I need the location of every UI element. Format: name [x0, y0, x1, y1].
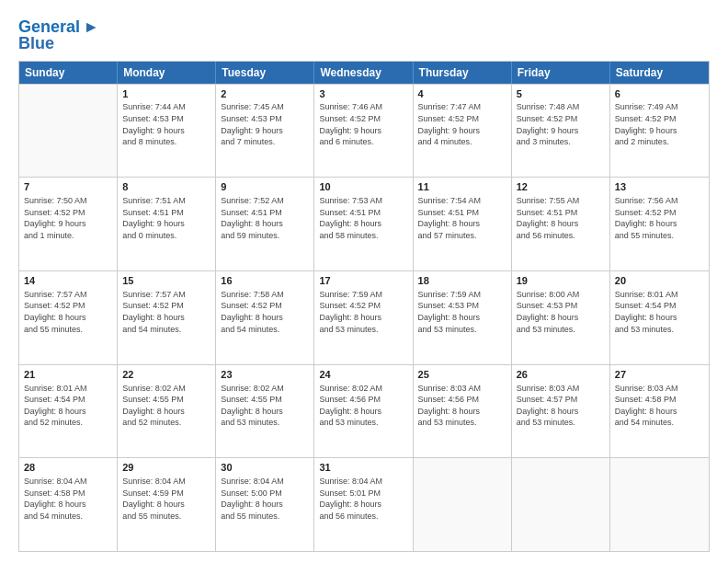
- calendar-week-4: 21Sunrise: 8:01 AM Sunset: 4:54 PM Dayli…: [19, 364, 709, 458]
- cell-info: Sunrise: 7:58 AM Sunset: 4:52 PM Dayligh…: [221, 289, 309, 335]
- calendar-cell: 16Sunrise: 7:58 AM Sunset: 4:52 PM Dayli…: [216, 271, 314, 364]
- calendar-cell: 11Sunrise: 7:54 AM Sunset: 4:51 PM Dayli…: [414, 178, 512, 270]
- header: General Blue: [18, 15, 710, 53]
- cell-day-number: 22: [122, 368, 210, 382]
- cell-day-number: 30: [221, 461, 309, 475]
- calendar-cell: 7Sunrise: 7:50 AM Sunset: 4:52 PM Daylig…: [19, 178, 118, 270]
- cell-info: Sunrise: 7:51 AM Sunset: 4:51 PM Dayligh…: [122, 195, 210, 241]
- cell-day-number: 15: [122, 274, 210, 288]
- cell-day-number: 21: [24, 368, 112, 382]
- calendar-cell: 28Sunrise: 8:04 AM Sunset: 4:58 PM Dayli…: [19, 458, 118, 551]
- calendar-cell: 13Sunrise: 7:56 AM Sunset: 4:52 PM Dayli…: [610, 178, 709, 270]
- header-day-monday: Monday: [118, 62, 216, 84]
- calendar-cell: 21Sunrise: 8:01 AM Sunset: 4:54 PM Dayli…: [19, 365, 118, 458]
- calendar-cell: 15Sunrise: 7:57 AM Sunset: 4:52 PM Dayli…: [118, 271, 216, 364]
- cell-info: Sunrise: 8:03 AM Sunset: 4:57 PM Dayligh…: [517, 383, 605, 429]
- calendar-cell: 3Sunrise: 7:46 AM Sunset: 4:52 PM Daylig…: [314, 85, 413, 178]
- cell-day-number: 5: [517, 87, 605, 101]
- cell-info: Sunrise: 8:00 AM Sunset: 4:53 PM Dayligh…: [517, 289, 605, 335]
- cell-info: Sunrise: 8:04 AM Sunset: 4:59 PM Dayligh…: [122, 476, 210, 522]
- cell-info: Sunrise: 7:57 AM Sunset: 4:52 PM Dayligh…: [122, 289, 210, 335]
- cell-info: Sunrise: 7:55 AM Sunset: 4:51 PM Dayligh…: [517, 195, 605, 241]
- logo: General Blue: [18, 18, 97, 53]
- header-day-sunday: Sunday: [19, 62, 118, 84]
- calendar-cell: 19Sunrise: 8:00 AM Sunset: 4:53 PM Dayli…: [512, 271, 610, 364]
- cell-day-number: 14: [24, 274, 112, 288]
- calendar-week-1: 1Sunrise: 7:44 AM Sunset: 4:53 PM Daylig…: [19, 84, 709, 178]
- calendar-cell: 8Sunrise: 7:51 AM Sunset: 4:51 PM Daylig…: [118, 178, 216, 270]
- cell-day-number: 4: [418, 87, 506, 101]
- cell-info: Sunrise: 7:48 AM Sunset: 4:52 PM Dayligh…: [517, 101, 605, 147]
- calendar-cell: 31Sunrise: 8:04 AM Sunset: 5:01 PM Dayli…: [314, 458, 413, 551]
- calendar: SundayMondayTuesdayWednesdayThursdayFrid…: [18, 61, 710, 552]
- calendar-cell: 29Sunrise: 8:04 AM Sunset: 4:59 PM Dayli…: [118, 458, 216, 551]
- cell-info: Sunrise: 8:02 AM Sunset: 4:56 PM Dayligh…: [319, 383, 407, 429]
- cell-info: Sunrise: 7:44 AM Sunset: 4:53 PM Dayligh…: [122, 101, 210, 147]
- cell-info: Sunrise: 7:56 AM Sunset: 4:52 PM Dayligh…: [615, 195, 704, 241]
- cell-day-number: 1: [122, 87, 210, 101]
- cell-day-number: 31: [319, 461, 407, 475]
- cell-day-number: 2: [221, 87, 309, 101]
- calendar-cell: [610, 458, 709, 551]
- cell-info: Sunrise: 8:03 AM Sunset: 4:58 PM Dayligh…: [615, 383, 704, 429]
- calendar-header: SundayMondayTuesdayWednesdayThursdayFrid…: [19, 62, 709, 84]
- cell-info: Sunrise: 7:57 AM Sunset: 4:52 PM Dayligh…: [24, 289, 112, 335]
- calendar-week-2: 7Sunrise: 7:50 AM Sunset: 4:52 PM Daylig…: [19, 177, 709, 270]
- calendar-cell: 25Sunrise: 8:03 AM Sunset: 4:56 PM Dayli…: [414, 365, 512, 458]
- cell-day-number: 13: [615, 180, 704, 194]
- cell-info: Sunrise: 8:02 AM Sunset: 4:55 PM Dayligh…: [221, 383, 309, 429]
- cell-day-number: 6: [615, 87, 704, 101]
- calendar-cell: [19, 85, 118, 178]
- cell-info: Sunrise: 8:04 AM Sunset: 5:01 PM Dayligh…: [319, 476, 407, 522]
- calendar-cell: 22Sunrise: 8:02 AM Sunset: 4:55 PM Dayli…: [118, 365, 216, 458]
- cell-day-number: 19: [517, 274, 605, 288]
- calendar-cell: 30Sunrise: 8:04 AM Sunset: 5:00 PM Dayli…: [216, 458, 314, 551]
- header-day-thursday: Thursday: [414, 62, 512, 84]
- cell-day-number: 24: [319, 368, 407, 382]
- calendar-cell: 18Sunrise: 7:59 AM Sunset: 4:53 PM Dayli…: [414, 271, 512, 364]
- cell-day-number: 20: [615, 274, 704, 288]
- cell-info: Sunrise: 7:45 AM Sunset: 4:53 PM Dayligh…: [221, 101, 309, 147]
- cell-day-number: 29: [122, 461, 210, 475]
- cell-day-number: 11: [418, 180, 506, 194]
- calendar-cell: 27Sunrise: 8:03 AM Sunset: 4:58 PM Dayli…: [610, 365, 709, 458]
- calendar-cell: [414, 458, 512, 551]
- calendar-cell: 24Sunrise: 8:02 AM Sunset: 4:56 PM Dayli…: [314, 365, 413, 458]
- cell-info: Sunrise: 8:02 AM Sunset: 4:55 PM Dayligh…: [122, 383, 210, 429]
- header-day-wednesday: Wednesday: [314, 62, 413, 84]
- cell-day-number: 10: [319, 180, 407, 194]
- calendar-cell: 17Sunrise: 7:59 AM Sunset: 4:52 PM Dayli…: [314, 271, 413, 364]
- calendar-week-5: 28Sunrise: 8:04 AM Sunset: 4:58 PM Dayli…: [19, 457, 709, 551]
- calendar-cell: 4Sunrise: 7:47 AM Sunset: 4:52 PM Daylig…: [414, 85, 512, 178]
- cell-info: Sunrise: 7:50 AM Sunset: 4:52 PM Dayligh…: [24, 195, 112, 241]
- page: General Blue SundayMondayTuesdayWednesda…: [0, 0, 728, 563]
- cell-info: Sunrise: 8:01 AM Sunset: 4:54 PM Dayligh…: [24, 383, 112, 429]
- cell-day-number: 23: [221, 368, 309, 382]
- calendar-cell: 9Sunrise: 7:52 AM Sunset: 4:51 PM Daylig…: [216, 178, 314, 270]
- logo-blue-text: Blue: [18, 35, 54, 53]
- calendar-cell: 26Sunrise: 8:03 AM Sunset: 4:57 PM Dayli…: [512, 365, 610, 458]
- cell-info: Sunrise: 7:53 AM Sunset: 4:51 PM Dayligh…: [319, 195, 407, 241]
- header-day-tuesday: Tuesday: [216, 62, 314, 84]
- calendar-cell: 1Sunrise: 7:44 AM Sunset: 4:53 PM Daylig…: [118, 85, 216, 178]
- logo-icon: [81, 19, 97, 36]
- header-day-friday: Friday: [512, 62, 610, 84]
- cell-day-number: 8: [122, 180, 210, 194]
- calendar-week-3: 14Sunrise: 7:57 AM Sunset: 4:52 PM Dayli…: [19, 270, 709, 364]
- cell-info: Sunrise: 7:54 AM Sunset: 4:51 PM Dayligh…: [418, 195, 506, 241]
- cell-day-number: 12: [517, 180, 605, 194]
- cell-info: Sunrise: 8:04 AM Sunset: 4:58 PM Dayligh…: [24, 476, 112, 522]
- calendar-cell: 14Sunrise: 7:57 AM Sunset: 4:52 PM Dayli…: [19, 271, 118, 364]
- cell-day-number: 9: [221, 180, 309, 194]
- cell-day-number: 3: [319, 87, 407, 101]
- cell-day-number: 16: [221, 274, 309, 288]
- cell-day-number: 18: [418, 274, 506, 288]
- cell-info: Sunrise: 8:03 AM Sunset: 4:56 PM Dayligh…: [418, 383, 506, 429]
- calendar-cell: 10Sunrise: 7:53 AM Sunset: 4:51 PM Dayli…: [314, 178, 413, 270]
- cell-info: Sunrise: 8:04 AM Sunset: 5:00 PM Dayligh…: [221, 476, 309, 522]
- svg-marker-0: [86, 23, 97, 33]
- cell-info: Sunrise: 7:49 AM Sunset: 4:52 PM Dayligh…: [615, 101, 704, 147]
- cell-info: Sunrise: 7:52 AM Sunset: 4:51 PM Dayligh…: [221, 195, 309, 241]
- cell-day-number: 26: [517, 368, 605, 382]
- header-day-saturday: Saturday: [610, 62, 709, 84]
